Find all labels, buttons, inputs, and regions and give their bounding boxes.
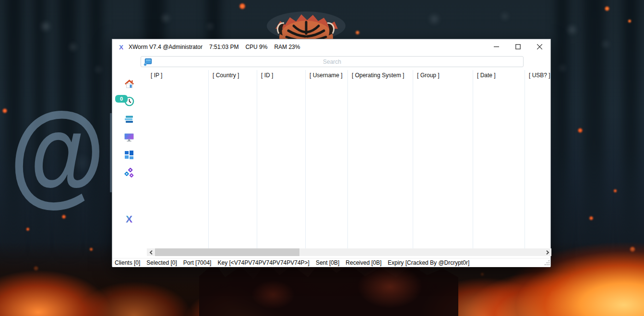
home-icon [124, 79, 134, 88]
search-bar [141, 56, 524, 67]
apps-icon [124, 150, 134, 160]
titlebar-cpu-usage: CPU 9% [245, 44, 267, 50]
tiger-head-image [264, 7, 347, 41]
column-header-date[interactable]: [ Date ] [473, 70, 525, 248]
column-header-usb[interactable]: [ USB? ] [525, 70, 551, 248]
remote-screen-search-icon [143, 58, 153, 66]
sidebar-item-remote-desktop[interactable] [124, 132, 134, 142]
scrollbar-thumb[interactable] [155, 248, 299, 256]
svg-text:X: X [119, 44, 123, 51]
monitor-icon [124, 133, 134, 142]
xworm-logo: X [124, 214, 134, 224]
status-sent: Sent [0B] [316, 259, 339, 266]
column-header-ip[interactable]: [ IP ] [147, 70, 209, 248]
chevron-right-icon [546, 250, 549, 255]
silhouette-rim-light [190, 263, 468, 316]
titlebar-ram-usage: RAM 23% [274, 44, 300, 50]
close-icon [537, 44, 542, 49]
window-title: XWorm V7.4 @Administrator [129, 44, 203, 50]
search-input[interactable] [141, 58, 523, 66]
column-header-operating-system[interactable]: [ Operating System ] [348, 70, 413, 248]
status-key: Key [<V74PV74PV74PV74PV74P>] [217, 259, 309, 266]
status-expiry: Expiry [Cracked By @Drcrypt0r] [388, 259, 469, 266]
list-icon [124, 116, 134, 123]
minimize-button[interactable] [486, 39, 507, 54]
column-header-id[interactable]: [ ID ] [257, 70, 306, 248]
column-header-country[interactable]: [ Country ] [209, 70, 257, 248]
xworm-logo-icon: X [124, 214, 134, 224]
close-button[interactable] [529, 39, 550, 54]
column-header-group[interactable]: [ Group ] [413, 70, 473, 248]
client-list[interactable]: [ IP ] [ Country ] [ ID ] [ Username ] [… [147, 70, 551, 248]
status-bar: Clients [0] Selected [0] Port [7004] Key… [112, 258, 550, 267]
status-clients: Clients [0] [115, 259, 140, 266]
titlebar-clock: 7:51:03 PM [209, 44, 239, 50]
maximize-icon [515, 44, 521, 49]
chevron-left-icon [149, 250, 153, 255]
sidebar-item-apps[interactable] [124, 150, 134, 160]
status-received: Received [0B] [346, 259, 382, 266]
status-selected: Selected [0] [146, 259, 177, 266]
gears-icon [124, 167, 134, 178]
desktop-wallpaper: @Drcrypt0r X XWorm V7.4 @Administrator 7… [0, 0, 644, 316]
resize-grip[interactable] [545, 260, 550, 266]
scroll-right-button[interactable] [543, 248, 551, 256]
clients-count-badge: 0 [115, 95, 128, 103]
svg-text:X: X [126, 214, 132, 224]
minimize-icon [494, 44, 499, 49]
xworm-window: X XWorm V7.4 @Administrator 7:51:03 PM C… [112, 39, 551, 267]
dark-warrior-silhouette [190, 263, 468, 316]
status-port: Port [7004] [183, 259, 212, 266]
column-header-username[interactable]: [ Username ] [306, 70, 348, 248]
sidebar-item-settings[interactable] [124, 167, 134, 178]
titlebar[interactable]: X XWorm V7.4 @Administrator 7:51:03 PM C… [112, 39, 550, 55]
horizontal-scrollbar[interactable] [147, 248, 551, 256]
maximize-button[interactable] [507, 39, 529, 54]
scroll-left-button[interactable] [147, 248, 155, 256]
sidebar-item-home[interactable] [124, 78, 134, 89]
xworm-app-icon: X [118, 44, 125, 51]
sidebar-item-logs[interactable] [124, 114, 134, 125]
window-controls [486, 39, 550, 54]
